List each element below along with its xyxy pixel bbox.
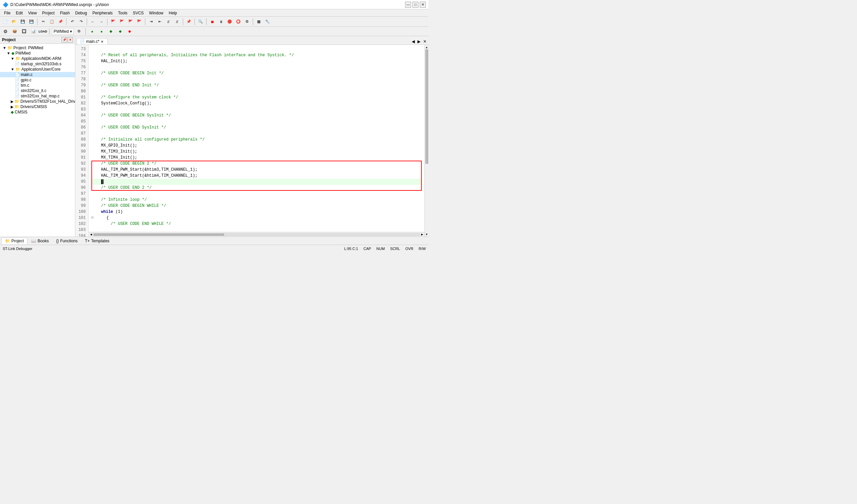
fold-button-101[interactable]: ⊟ xyxy=(91,215,96,221)
tree-item-app-mdk[interactable]: ▼ 📁 Application/MDK-ARM xyxy=(0,56,75,61)
scroll-up-arrow[interactable]: ▲ xyxy=(425,46,428,49)
pin-project-button[interactable]: 📌 xyxy=(62,37,67,43)
separator-1 xyxy=(37,18,37,25)
menu-svcs[interactable]: SVCS xyxy=(130,10,147,16)
bookmark3-button[interactable]: 🚩 xyxy=(127,18,135,26)
nav-close-button[interactable]: ✕ xyxy=(422,39,427,44)
tree-item-cmsis-folder[interactable]: ▶ 📁 Drivers/CMSIS xyxy=(0,104,75,110)
tree-item-hal-driver[interactable]: ▶ 📁 Drivers/STM32F1xx_HAL_Driver xyxy=(0,99,75,104)
code-text-101: { xyxy=(97,215,109,221)
menu-project[interactable]: Project xyxy=(39,10,57,16)
tree-item-pwmled[interactable]: ▼ ◆ PWMled xyxy=(0,51,75,56)
minimize-button[interactable]: — xyxy=(405,2,411,8)
toolbar-build: ⚙ 📦 🔲 📊 LOAD PWMled ▾ ⚙ ● ● ◆ ◆ ◆ xyxy=(0,27,428,36)
settings-button[interactable]: 🔧 xyxy=(264,18,271,26)
green-btn2[interactable]: ● xyxy=(97,28,105,35)
menu-debug[interactable]: Debug xyxy=(73,10,90,16)
menu-view[interactable]: View xyxy=(26,10,39,16)
forward-button[interactable]: → xyxy=(97,18,105,26)
build-icon[interactable]: ⚙ xyxy=(1,28,10,35)
debug-settings-button[interactable]: ⚙ xyxy=(243,18,251,26)
functions-tab-icon: {} xyxy=(56,239,59,243)
nav-right-button[interactable]: ▶ xyxy=(417,39,421,44)
tree-item-it[interactable]: 📄 stm32f1xx_it.c xyxy=(0,88,75,94)
menu-tools[interactable]: Tools xyxy=(116,10,130,16)
find-button[interactable]: 🔍 xyxy=(197,18,204,26)
paste-button[interactable]: 📌 xyxy=(56,18,65,26)
tree-item-tim[interactable]: 📄 tim.c xyxy=(0,83,75,88)
layout-button[interactable]: ▦ xyxy=(255,18,263,26)
diamond-green-btn[interactable]: ◆ xyxy=(107,28,115,35)
tree-item-cmsis[interactable]: ◆ CMSIS xyxy=(0,110,75,115)
tree-item-app-user[interactable]: ▼ 📁 Application/User/Core xyxy=(0,67,75,72)
bottom-tab-functions[interactable]: {} Functions xyxy=(53,238,81,244)
project-header-buttons[interactable]: 📌 ✕ xyxy=(62,37,73,43)
menu-help[interactable]: Help xyxy=(166,10,180,16)
new-file-button[interactable]: 📄 xyxy=(1,18,10,26)
save-button[interactable]: 💾 xyxy=(19,18,27,26)
menu-window[interactable]: Window xyxy=(146,10,166,16)
green-btn[interactable]: ● xyxy=(88,28,96,35)
chip-icon[interactable]: 🔲 xyxy=(20,28,28,35)
load-icon[interactable]: LOAD xyxy=(39,28,47,35)
menu-flash[interactable]: Flash xyxy=(57,10,72,16)
editor-nav[interactable]: ◀ ▶ ✕ xyxy=(411,39,427,45)
back-button[interactable]: ← xyxy=(89,18,97,26)
debug-circle-button[interactable]: ⭕ xyxy=(234,18,242,26)
pause-button[interactable]: ⏸ xyxy=(217,18,225,26)
books-tab-icon: 📖 xyxy=(31,239,36,243)
bookmark-button[interactable]: 🚩 xyxy=(109,18,117,26)
bottom-tab-project[interactable]: 📁 Project xyxy=(1,238,28,244)
menu-peripherals[interactable]: Peripherals xyxy=(90,10,116,16)
vertical-scrollbar[interactable]: ▲ ▼ xyxy=(424,45,428,237)
tree-icon-mspc: 📄 xyxy=(15,94,20,98)
scroll-track[interactable] xyxy=(94,233,420,236)
close-button[interactable]: ✕ xyxy=(420,2,426,8)
diamond-btn2[interactable]: ◆ xyxy=(116,28,124,35)
bottom-tab-books[interactable]: 📖 Books xyxy=(28,238,52,244)
title-bar-buttons[interactable]: — □ ✕ xyxy=(405,2,426,8)
save-all-button[interactable]: 💾 xyxy=(28,18,35,26)
debug-red-button[interactable]: 🔴 xyxy=(225,18,234,26)
code-text-93: HAL_TIM_PWM_Start(&htim3,TIM_CHANNEL_1); xyxy=(91,167,198,173)
bookmark2-button[interactable]: 🚩 xyxy=(118,18,126,26)
maximize-button[interactable]: □ xyxy=(413,2,418,8)
comment-button[interactable]: // xyxy=(164,18,172,26)
tab-close-button[interactable]: ✕ xyxy=(101,40,103,44)
stop-build-button[interactable]: ⏹ xyxy=(208,18,216,26)
tab-mainc[interactable]: 📄 main.c* ✕ xyxy=(77,38,108,45)
code-editor[interactable]: /* Reset of all peripherals, Initializes… xyxy=(89,45,424,232)
scroll-down-arrow[interactable]: ▼ xyxy=(425,233,428,236)
tree-item-main[interactable]: 📄 main.c xyxy=(0,72,75,77)
target-settings-button[interactable]: ⚙ xyxy=(75,28,83,35)
unindent-button[interactable]: ⇤ xyxy=(156,18,164,26)
components-icon[interactable]: 📊 xyxy=(30,28,37,35)
tree-item-msp[interactable]: 📄 stm32f1xx_hal_msp.c xyxy=(0,94,75,99)
target-dropdown[interactable]: PWMled ▾ xyxy=(52,28,74,35)
open-button[interactable]: 📂 xyxy=(10,18,18,26)
close-project-button[interactable]: ✕ xyxy=(68,37,73,43)
uncomment-button[interactable]: // xyxy=(173,18,181,26)
scroll-right-arrow[interactable]: ▶ xyxy=(420,233,424,236)
batch-icon[interactable]: 📦 xyxy=(11,28,19,35)
red-diamond-btn[interactable]: ◆ xyxy=(125,28,134,35)
scroll-thumb[interactable] xyxy=(94,234,224,236)
bottom-tab-templates[interactable]: T+ Templates xyxy=(81,238,113,244)
cut-button[interactable]: ✂ xyxy=(39,18,47,26)
menu-edit[interactable]: Edit xyxy=(13,10,26,16)
indent-button[interactable]: ⇥ xyxy=(147,18,155,26)
menu-bar: File Edit View Project Flash Debug Perip… xyxy=(0,10,428,17)
bookmark4-button[interactable]: 🚩 xyxy=(135,18,143,26)
scroll-thumb-vertical[interactable] xyxy=(425,50,428,164)
undo-button[interactable]: ↶ xyxy=(68,18,76,26)
pin-button[interactable]: 📌 xyxy=(185,18,193,26)
tree-item-project-root[interactable]: ▼ 📁 Project: PWMled xyxy=(0,45,75,51)
redo-button[interactable]: ↷ xyxy=(77,18,85,26)
tree-item-gpio[interactable]: 📄 gpio.c xyxy=(0,77,75,83)
tree-item-startup[interactable]: 📄 startup_stm32f103xb.s xyxy=(0,61,75,67)
horizontal-scrollbar[interactable]: ◀ ▶ xyxy=(89,232,424,237)
scroll-left-arrow[interactable]: ◀ xyxy=(89,233,93,236)
nav-left-button[interactable]: ◀ xyxy=(411,39,416,44)
menu-file[interactable]: File xyxy=(1,10,13,16)
copy-button[interactable]: 📋 xyxy=(48,18,56,26)
